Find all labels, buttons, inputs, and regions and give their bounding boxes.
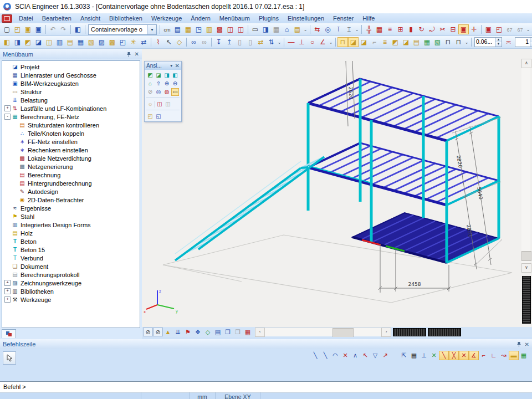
- close-panel-icon[interactable]: [135, 51, 139, 57]
- document-edit-icon[interactable]: [292, 24, 303, 34]
- tree-item-bibliotheken[interactable]: +Bibliotheken: [2, 287, 140, 295]
- calculator-input-icon[interactable]: [519, 351, 529, 360]
- snap-tangent-icon[interactable]: [380, 351, 390, 360]
- view-x-icon[interactable]: [146, 71, 154, 79]
- count-spin-buttons[interactable]: ▲▼: [530, 38, 532, 47]
- menu-menuebaum[interactable]: Menübaum: [215, 15, 254, 22]
- member-add-icon[interactable]: [364, 24, 374, 34]
- draw-perpendicular-icon[interactable]: [296, 37, 307, 47]
- status-units[interactable]: mm: [190, 392, 216, 399]
- tree-item-dokument[interactable]: Dokument: [2, 262, 140, 270]
- expander-minus[interactable]: -: [4, 114, 11, 120]
- open-project-icon[interactable]: [12, 24, 23, 34]
- render-settings-icon[interactable]: [156, 100, 163, 108]
- model-scene[interactable]: 2820 5640 2820 2458 2620 x y z: [142, 49, 520, 327]
- labels-display-icon[interactable]: [183, 328, 193, 336]
- frame-mode-6-icon[interactable]: [390, 37, 401, 47]
- tree-item-projekt[interactable]: Projekt: [2, 63, 140, 71]
- load-view-icon[interactable]: [494, 24, 504, 34]
- view-z-icon[interactable]: [163, 71, 171, 79]
- volumes-toggle-icon[interactable]: [143, 328, 153, 336]
- menu-tree-tab[interactable]: [2, 329, 16, 338]
- beam-tool-10-icon[interactable]: [96, 37, 107, 47]
- member-grid-icon[interactable]: [374, 24, 385, 34]
- supports-display-icon[interactable]: [163, 328, 173, 336]
- tracking-icon[interactable]: [399, 351, 409, 360]
- tree-item-berechnung-fenetz[interactable]: -Berechnung, FE-Netz: [2, 112, 140, 121]
- mesh-icon[interactable]: [214, 24, 225, 34]
- view-y-icon[interactable]: [155, 71, 162, 79]
- share-icon[interactable]: [312, 24, 323, 34]
- scroll-left-icon[interactable]: [255, 328, 265, 337]
- frame-mode-4-icon[interactable]: [369, 37, 380, 47]
- tree-item-netzgenerierung[interactable]: Netzgenerierung: [2, 162, 140, 171]
- snap-edge-icon[interactable]: [360, 351, 370, 360]
- elevation-view-icon[interactable]: [155, 80, 162, 88]
- undo-icon[interactable]: [48, 24, 58, 34]
- draw-angle-icon[interactable]: [318, 37, 328, 47]
- coordinate-system-icon[interactable]: [193, 24, 204, 34]
- frame-mode-11-icon[interactable]: [443, 37, 453, 47]
- nav-wheel-horizontal[interactable]: [393, 328, 426, 336]
- target-icon[interactable]: [469, 24, 479, 34]
- tree-item-beton[interactable]: Beton: [2, 237, 140, 245]
- scroll-right-icon[interactable]: [381, 328, 391, 337]
- snap-endpoint-icon[interactable]: [320, 351, 330, 360]
- pin-icon[interactable]: [516, 341, 521, 347]
- view-settings-icon[interactable]: [164, 100, 172, 108]
- snap-intersection-icon[interactable]: [340, 351, 350, 360]
- tree-item-belastung[interactable]: Belastung: [2, 96, 140, 104]
- snap-angle-active-icon[interactable]: [469, 351, 479, 360]
- tree-item-rechenkern[interactable]: Rechenkern einstellen: [2, 146, 140, 154]
- beam-tool-3-icon[interactable]: [23, 37, 33, 47]
- mirror-icon[interactable]: [255, 37, 266, 47]
- print-preview-icon[interactable]: [260, 24, 271, 34]
- member-rotate-icon[interactable]: [416, 24, 427, 34]
- cursor-mode-button[interactable]: [3, 351, 16, 365]
- count-spinner[interactable]: 1 ▲▼: [515, 37, 532, 47]
- link-icon[interactable]: [188, 37, 199, 47]
- frame-mode-5-icon[interactable]: [380, 37, 390, 47]
- snap-cross-active-icon[interactable]: [449, 351, 459, 360]
- zoom-selection-icon[interactable]: [163, 88, 171, 96]
- mid-deck[interactable]: [308, 143, 499, 205]
- light-icon[interactable]: [146, 100, 154, 108]
- menu-aendern[interactable]: Ändern: [186, 15, 214, 22]
- save-all-icon[interactable]: [33, 24, 44, 34]
- bottom-deck[interactable]: [352, 213, 499, 263]
- member-single-icon[interactable]: [406, 24, 416, 34]
- view-67-alt-icon[interactable]: [515, 24, 525, 34]
- status-plane[interactable]: Ebene XY: [216, 392, 260, 399]
- tree-item-struktur[interactable]: Struktur: [2, 88, 140, 96]
- stairs[interactable]: [175, 157, 324, 260]
- snap-nearest-icon[interactable]: [499, 351, 509, 360]
- command-input[interactable]: Befehl >: [0, 381, 532, 392]
- node-star-icon[interactable]: [128, 37, 139, 47]
- lasso-select-icon[interactable]: [153, 37, 163, 47]
- render-window-icon[interactable]: [223, 328, 233, 336]
- redo-icon[interactable]: [58, 24, 69, 34]
- tree-item-linienraster[interactable]: Linienraster und Geschosse: [2, 71, 140, 79]
- tree-item-protokoll[interactable]: Berechnungsprotokoll: [2, 270, 140, 279]
- zoom-all-icon[interactable]: [155, 88, 162, 96]
- clipboard-icon[interactable]: [204, 24, 214, 34]
- snap-corner-icon[interactable]: [489, 351, 499, 360]
- tree-item-holz[interactable]: Holz: [2, 229, 140, 237]
- bim-box-icon[interactable]: [183, 24, 193, 34]
- member-curve-icon[interactable]: [427, 24, 437, 34]
- polygon-select-icon[interactable]: [174, 37, 185, 47]
- model-viewport[interactable]: 2820 5640 2820 2458 2620 x y z Ansi...: [142, 49, 532, 337]
- vscroll-thumb[interactable]: [521, 251, 531, 261]
- frame-mode-8-icon[interactable]: [411, 37, 422, 47]
- mesh-display-icon[interactable]: [243, 328, 253, 336]
- member-layers-icon[interactable]: [385, 24, 395, 34]
- project-template-combo[interactable]: Containervorlage o ▼: [88, 24, 157, 35]
- menu-datei[interactable]: Datei: [14, 15, 38, 22]
- calculator-icon[interactable]: [271, 24, 282, 34]
- paste-properties-icon[interactable]: [245, 37, 255, 47]
- swap-icon[interactable]: [139, 37, 149, 47]
- beam-tool-9-icon[interactable]: [86, 37, 96, 47]
- member-join-icon[interactable]: [395, 24, 406, 34]
- save-view-icon[interactable]: [483, 24, 494, 34]
- member-remove-icon[interactable]: [448, 24, 458, 34]
